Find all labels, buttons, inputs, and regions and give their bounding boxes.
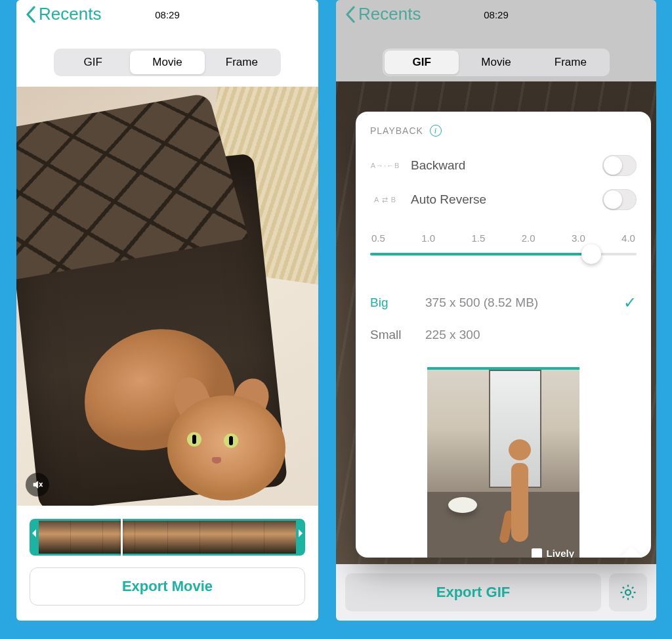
gear-icon bbox=[618, 583, 638, 602]
watermark: Lively bbox=[532, 548, 574, 558]
speed-ticks: 0.5 1.0 1.5 2.0 3.0 4.0 bbox=[370, 232, 637, 244]
settings-button[interactable] bbox=[609, 573, 647, 611]
size-options: Big 375 x 500 (8.52 MB) ✓ Small 225 x 30… bbox=[370, 286, 637, 350]
speed-track[interactable] bbox=[370, 253, 637, 255]
top-bar: Recents 08:29 bbox=[336, 0, 656, 37]
format-segmented-control[interactable]: GIF Movie Frame bbox=[383, 49, 610, 76]
speaker-muted-icon bbox=[32, 479, 43, 491]
clock-time: 08:29 bbox=[155, 9, 180, 20]
gif-preview-thumbnail: Lively bbox=[427, 367, 579, 558]
tab-gif[interactable]: GIF bbox=[56, 51, 130, 74]
direction-autoreverse-icon: A ⇄ B bbox=[370, 196, 400, 204]
video-preview[interactable] bbox=[16, 87, 318, 506]
playback-section-title: PLAYBACK i bbox=[370, 125, 637, 137]
playhead[interactable] bbox=[121, 519, 123, 556]
info-icon[interactable]: i bbox=[430, 125, 442, 137]
back-label: Recents bbox=[39, 4, 101, 24]
export-gif-button[interactable]: Export GIF bbox=[345, 573, 601, 611]
chevron-left-icon bbox=[345, 6, 356, 23]
tab-frame[interactable]: Frame bbox=[205, 51, 279, 74]
tab-frame[interactable]: Frame bbox=[534, 51, 608, 74]
clock-time: 08:29 bbox=[484, 9, 509, 20]
export-movie-button[interactable]: Export Movie bbox=[30, 567, 305, 606]
screenshot-export-gif-settings: Recents 08:29 GIF Movie Frame Export GIF bbox=[336, 0, 656, 621]
gif-settings-sheet: PLAYBACK i A→·←B Backward A ⇄ B Auto Rev… bbox=[356, 112, 651, 558]
speed-slider[interactable]: 0.5 1.0 1.5 2.0 3.0 4.0 bbox=[370, 232, 637, 255]
tab-movie[interactable]: Movie bbox=[459, 51, 533, 74]
bottom-bar: Export GIF bbox=[336, 564, 656, 621]
size-big-row[interactable]: Big 375 x 500 (8.52 MB) ✓ bbox=[370, 286, 637, 320]
autoreverse-row: A ⇄ B Auto Reverse bbox=[370, 183, 637, 217]
svg-point-2 bbox=[625, 590, 631, 595]
back-button[interactable]: Recents bbox=[26, 4, 101, 24]
format-segmented-control[interactable]: GIF Movie Frame bbox=[54, 49, 281, 76]
check-icon: ✓ bbox=[623, 294, 637, 312]
speed-thumb[interactable] bbox=[581, 244, 601, 264]
autoreverse-label: Auto Reverse bbox=[411, 192, 592, 207]
filmstrip-frames[interactable] bbox=[39, 519, 296, 556]
trim-filmstrip[interactable] bbox=[30, 519, 305, 556]
mute-button[interactable] bbox=[26, 473, 49, 496]
backward-label: Backward bbox=[411, 158, 592, 173]
tab-gif[interactable]: GIF bbox=[385, 51, 459, 74]
top-bar: Recents 08:29 bbox=[16, 0, 318, 37]
size-small-row[interactable]: Small 225 x 300 bbox=[370, 320, 637, 350]
direction-backward-icon: A→·←B bbox=[370, 162, 400, 169]
tab-movie[interactable]: Movie bbox=[130, 51, 204, 74]
back-button[interactable]: Recents bbox=[345, 4, 421, 24]
autoreverse-toggle[interactable] bbox=[602, 189, 637, 210]
trim-handle-end[interactable] bbox=[296, 519, 305, 556]
watermark-icon bbox=[532, 548, 542, 558]
trim-handle-start[interactable] bbox=[30, 519, 39, 556]
screenshot-export-movie: Recents 08:29 GIF Movie Frame bbox=[16, 0, 318, 621]
back-label: Recents bbox=[358, 4, 421, 24]
chevron-left-icon bbox=[26, 6, 36, 23]
backward-row: A→·←B Backward bbox=[370, 148, 637, 183]
backward-toggle[interactable] bbox=[602, 155, 637, 176]
